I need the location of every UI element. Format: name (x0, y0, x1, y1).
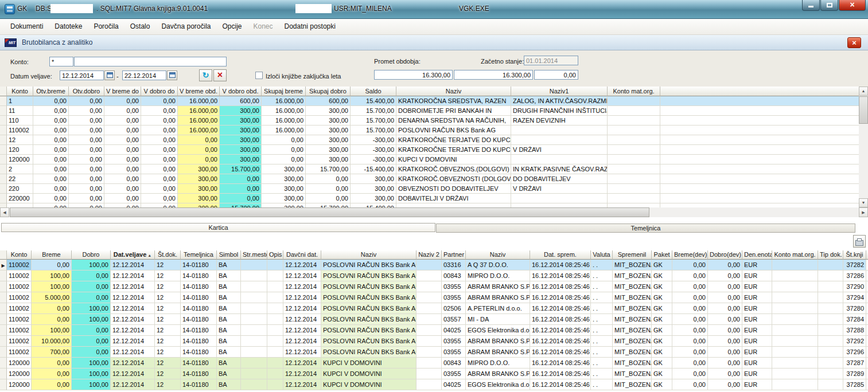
cell[interactable]: KRATKOROČNE TERJATVE DO KUPCEV (396, 135, 511, 145)
cell[interactable]: 37290 (843, 281, 866, 292)
cell[interactable] (417, 325, 442, 336)
column-header-temeljnica[interactable]: Temeljnica (181, 250, 217, 260)
window-close-button[interactable]: × (847, 37, 861, 48)
cell[interactable] (267, 369, 283, 379)
cell[interactable]: 0,00 (33, 174, 69, 184)
print-button[interactable] (853, 235, 866, 248)
grid-row[interactable]: 1100020,000,000,000,0016.000,00300,0016.… (0, 126, 859, 135)
column-header-v-dobro-do[interactable]: V dobro do (141, 87, 178, 96)
cell[interactable] (267, 358, 283, 369)
cell[interactable]: 12 (155, 314, 181, 325)
cell[interactable] (818, 379, 843, 390)
column-header-paket[interactable]: Paket (652, 250, 672, 260)
cell[interactable]: 0,00 (33, 116, 69, 126)
cell[interactable]: 12 (7, 135, 33, 145)
row-selector[interactable] (0, 379, 7, 390)
cell[interactable] (772, 379, 818, 390)
cell[interactable]: MIT_BOZENA (613, 336, 652, 347)
row-selector[interactable]: ▶ (0, 260, 7, 271)
cell[interactable]: DRUGIH FINANČNIH INŠTITUCIJAH (511, 106, 608, 116)
cell[interactable] (241, 347, 267, 358)
cell[interactable]: GK (652, 271, 672, 281)
cell[interactable]: 0,00 (104, 126, 141, 135)
cell[interactable]: 300,00 (351, 174, 396, 184)
cell[interactable]: 15.700,00 (220, 203, 262, 207)
grid-row[interactable]: 1200000,00100,0012.12.20141214-01180BA12… (0, 358, 868, 369)
cell[interactable]: 12.12.2014 (111, 336, 155, 347)
cell[interactable]: 0,00 (69, 194, 104, 203)
cell[interactable]: 100,00 (32, 325, 72, 336)
cell[interactable]: 300,00 (220, 116, 262, 126)
cell[interactable]: EUR (742, 379, 772, 390)
cell[interactable]: EUR (742, 260, 772, 271)
cell[interactable]: . . (591, 292, 613, 303)
cell[interactable]: 0,00 (672, 347, 708, 358)
cell[interactable]: 37296 (843, 347, 866, 358)
cell[interactable] (818, 303, 843, 314)
cell[interactable]: 03316 (442, 260, 466, 271)
cell[interactable]: 12 (155, 292, 181, 303)
cell[interactable]: MIT_BOZENA (613, 314, 652, 325)
cell[interactable]: RAZEN DEVIZNIH (511, 116, 608, 126)
cell[interactable]: MIT_BOZENA (613, 379, 652, 390)
cell[interactable]: 0,00 (33, 164, 69, 174)
cell[interactable]: 00843 (442, 271, 466, 281)
cell[interactable]: . . (591, 336, 613, 347)
column-header-naziv1[interactable]: Naziv1 (511, 87, 608, 96)
cell[interactable]: ABRAM BRANKO S.P. (466, 347, 530, 358)
cell[interactable]: DENARNA SREDSTVA NA RAČUNIH, (396, 116, 511, 126)
cell[interactable]: 300,00 (306, 155, 351, 164)
cell[interactable]: 12.12.2014 (283, 358, 321, 369)
row-selector[interactable] (0, 106, 7, 116)
scroll-right-button[interactable]: ▶ (859, 207, 868, 217)
cell[interactable]: 12.12.2014 (111, 292, 155, 303)
cell[interactable]: . . (591, 358, 613, 369)
konto-value-input[interactable] (74, 57, 227, 66)
cell[interactable] (241, 314, 267, 325)
menu-item-opcije[interactable]: Opcije (216, 19, 247, 34)
cell[interactable]: 16.12.2014 08:25:46 (530, 347, 591, 358)
cell[interactable]: 0,00 (104, 96, 141, 106)
column-header-naziv[interactable]: Naziv (396, 87, 511, 96)
cell[interactable]: 0,00 (672, 369, 708, 379)
cell[interactable] (267, 347, 283, 358)
cell[interactable]: 14-01180 (181, 336, 217, 347)
cell[interactable] (608, 184, 660, 194)
cell[interactable]: 300,00 (262, 174, 306, 184)
cell[interactable]: 16.12.2014 08:25:46 (530, 369, 591, 379)
vertical-scroll-thumb[interactable] (859, 96, 868, 124)
cell[interactable]: 0,00 (72, 271, 111, 281)
cell[interactable]: 12 (155, 260, 181, 271)
cell[interactable]: 12 (155, 358, 181, 369)
cell[interactable]: 15.700,00 (306, 164, 351, 174)
row-selector[interactable] (0, 116, 7, 126)
cell[interactable]: . . (591, 271, 613, 281)
cell[interactable]: 0,00 (141, 116, 178, 126)
cell[interactable]: 0,00 (141, 126, 178, 135)
cell[interactable]: 0,00 (708, 292, 742, 303)
cell[interactable]: 14-01180 (181, 347, 217, 358)
cell[interactable]: 300,00 (220, 145, 262, 155)
cell[interactable]: 0,00 (141, 145, 178, 155)
cell[interactable]: GK (652, 325, 672, 336)
cell[interactable]: 0,00 (33, 155, 69, 164)
cell[interactable]: KUPCI V DOMOVINI (321, 379, 417, 390)
cell[interactable]: 12.12.2014 (283, 281, 321, 292)
cell[interactable]: 100,00 (72, 314, 111, 325)
cell[interactable]: 0,00 (262, 135, 306, 145)
cell[interactable]: 12 (155, 369, 181, 379)
refresh-button[interactable]: ↻ (199, 69, 212, 81)
cell[interactable]: 16.12.2014 08:25:46 (530, 260, 591, 271)
cell[interactable]: 12 (155, 281, 181, 292)
cell[interactable]: -300,00 (351, 145, 396, 155)
cell[interactable]: . . (591, 260, 613, 271)
cell[interactable]: EGOS Elektronika d.o.o. (466, 379, 530, 390)
cell[interactable]: 300,00 (262, 184, 306, 194)
cell[interactable]: 16.12.2014 08:25:46 (530, 325, 591, 336)
cell[interactable]: BA (217, 336, 241, 347)
grid-row[interactable]: 110002700,000,0012.12.20141214-01180BA12… (0, 347, 868, 358)
cell[interactable] (608, 194, 660, 203)
grid-row[interactable]: 10,000,000,000,0016.000,00600,0016.000,0… (0, 96, 859, 106)
column-header-konto-mat-org-[interactable]: Konto mat.org. (608, 87, 660, 96)
column-header-konto[interactable]: Konto (7, 250, 32, 260)
